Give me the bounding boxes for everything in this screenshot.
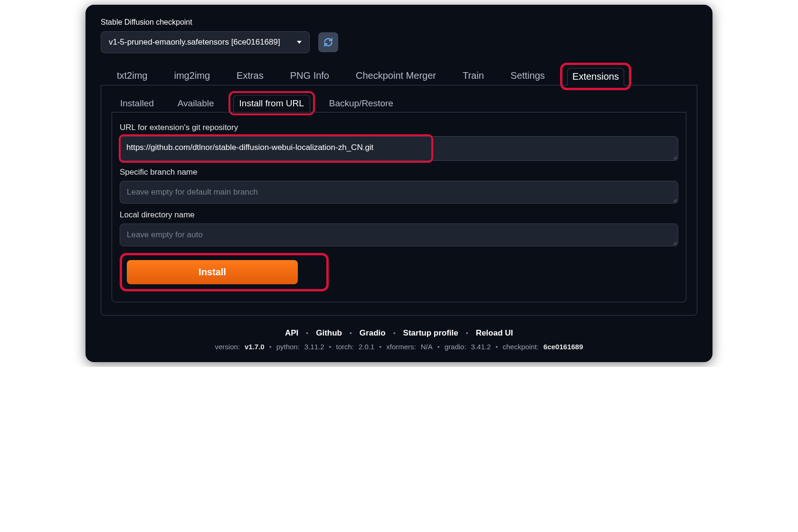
refresh-icon [323,37,333,47]
torch-label: torch: [336,343,354,351]
tab-checkpoint-merger[interactable]: Checkpoint Merger [351,67,441,85]
branch-field-label: Specific branch name [120,168,678,177]
separator-dot: • [306,329,308,337]
tab-txt2img[interactable]: txt2img [112,67,152,85]
separator-dot: • [350,329,352,337]
url-field-label: URL for extension's git repository [120,123,678,132]
version-value: v1.7.0 [245,343,265,351]
checkpoint-select[interactable]: v1-5-pruned-emaonly.safetensors [6ce0161… [101,31,310,53]
checkpoint-label: Stable Diffusion checkpoint [101,18,697,27]
subtab-available[interactable]: Available [172,95,220,112]
tab-settings[interactable]: Settings [506,67,550,85]
footer: API • Github • Gradio • Startup profile … [101,328,697,351]
xformers-value: N/A [421,343,433,351]
extensions-sub-tabs: Installed Available Install from URL Bac… [112,94,686,112]
dirname-input[interactable] [120,224,678,246]
app-window: Stable Diffusion checkpoint v1-5-pruned-… [86,5,712,362]
tab-train[interactable]: Train [458,67,489,85]
version-label: version: [215,343,240,351]
footer-link-startup-profile[interactable]: Startup profile [403,328,458,338]
subtab-backup-restore[interactable]: Backup/Restore [323,95,399,112]
python-label: python: [276,343,300,351]
tab-img2img[interactable]: img2img [169,67,215,85]
footer-link-gradio[interactable]: Gradio [360,328,386,338]
tab-extras[interactable]: Extras [232,67,268,85]
install-from-url-panel: URL for extension's git repository https… [112,112,686,302]
branch-input[interactable] [120,181,678,204]
extensions-panel: Installed Available Install from URL Bac… [101,85,697,316]
subtab-install-from-url[interactable]: Install from URL [233,95,310,112]
footer-link-api[interactable]: API [285,328,298,338]
torch-value: 2.0.1 [359,343,374,351]
dirname-field-label: Local directory name [120,210,678,220]
gradio-value: 3.41.2 [471,343,491,351]
python-value: 3.11.2 [304,343,324,351]
gradio-label: gradio: [445,343,466,351]
footer-link-github[interactable]: Github [316,328,342,338]
highlight-install-from-url-tab: Install from URL [228,91,315,115]
checkpoint-value: v1-5-pruned-emaonly.safetensors [6ce0161… [109,37,280,47]
chevron-down-icon [297,41,302,44]
separator-dot: • [466,329,468,337]
install-button-wrap: Install [120,253,678,291]
tab-extensions[interactable]: Extensions [567,68,624,85]
highlight-install-button: Install [120,253,329,291]
refresh-checkpoint-button[interactable] [318,32,338,52]
footer-meta: version: v1.7.0 • python: 3.11.2 • torch… [101,343,697,351]
checkpoint-label: checkpoint: [503,343,539,351]
footer-links: API • Github • Gradio • Startup profile … [101,328,697,338]
main-tabs: txt2img img2img Extras PNG Info Checkpoi… [101,67,697,85]
footer-link-reload-ui[interactable]: Reload UI [476,328,513,338]
xformers-label: xformers: [386,343,416,351]
checkpoint-value: 6ce0161689 [543,343,583,351]
top-row: v1-5-pruned-emaonly.safetensors [6ce0161… [101,31,697,53]
url-input-container: https://github.com/dtlnor/stable-diffusi… [120,136,678,161]
install-button[interactable]: Install [127,260,298,284]
tab-png-info[interactable]: PNG Info [285,67,334,85]
separator-dot: • [393,329,396,337]
subtab-installed[interactable]: Installed [114,95,160,112]
url-input-value: https://github.com/dtlnor/stable-diffusi… [126,143,373,152]
